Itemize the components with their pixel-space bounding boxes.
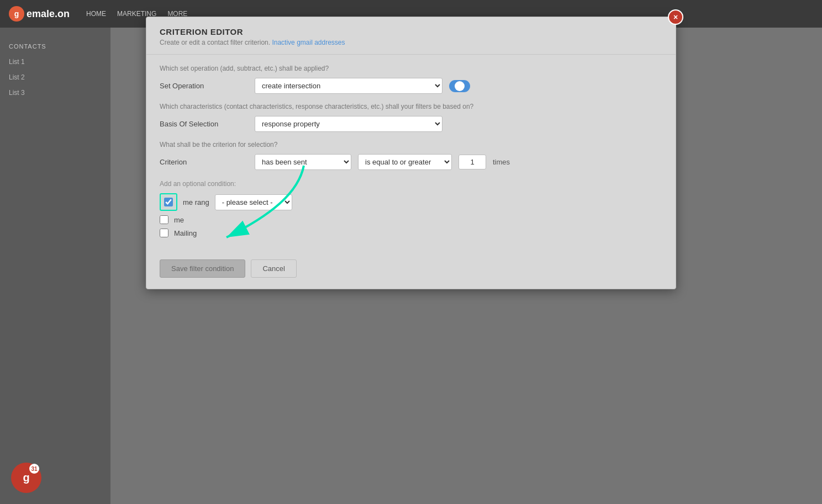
mailing-checkbox[interactable] (160, 229, 168, 237)
time-range-checkbox-label: me rang (183, 198, 209, 206)
toggle-switch[interactable] (449, 80, 470, 92)
criterion-row: Criterion has been sent has been opened … (160, 154, 662, 170)
basis-question: Which characteristics (contact character… (160, 103, 662, 110)
criterion-label: Criterion (160, 158, 248, 166)
basis-label: Basis Of Selection (160, 120, 248, 128)
modal-title: CRITERION EDITOR (160, 27, 662, 36)
set-operation-row: Set Operation create intersection add su… (160, 78, 662, 94)
basis-row: Basis Of Selection response property con… (160, 116, 662, 132)
time-checkbox-item (160, 215, 168, 224)
comparator-select[interactable]: is equal to or greater is equal to is le… (358, 154, 452, 170)
modal-footer: Save filter condition Cancel (146, 252, 676, 289)
set-operation-label: Set Operation (160, 82, 248, 90)
set-operation-select[interactable]: create intersection add subtract (255, 78, 442, 94)
set-operation-question: Which set operation (add, subtract, etc.… (160, 65, 662, 72)
cancel-button[interactable]: Cancel (251, 259, 296, 278)
modal-close-button[interactable]: × (668, 9, 683, 25)
times-label: times (493, 158, 510, 166)
mailing-checkbox-label: Mailing (174, 229, 197, 237)
criterion-question: What shall be the criterion for selectio… (160, 141, 662, 148)
basis-select[interactable]: response property contact property (255, 116, 442, 132)
time-range-checkbox-item (160, 193, 177, 211)
save-filter-button[interactable]: Save filter condition (160, 259, 245, 278)
modal-header: CRITERION EDITOR Create or edit a contac… (146, 17, 676, 55)
modal-body: Which set operation (add, subtract, etc.… (146, 55, 676, 252)
mailing-checkbox-row: Mailing (160, 229, 662, 237)
time-checkbox-label: me (174, 216, 184, 224)
time-range-select[interactable]: - please select - last 7 days last 30 da… (215, 194, 292, 210)
subtitle-link[interactable]: Inactive gmail addresses (272, 39, 345, 46)
mailing-checkbox-item (160, 229, 168, 237)
time-range-checkbox-row: me rang - please select - last 7 days la… (160, 193, 662, 211)
modal-backdrop: × CRITERION EDITOR Create or edit a cont… (0, 0, 822, 504)
time-checkbox-row: me (160, 215, 662, 224)
criterion-editor-modal: × CRITERION EDITOR Create or edit a cont… (146, 17, 676, 289)
optional-condition-label: Add an optional condition: (160, 180, 662, 188)
times-input[interactable] (459, 155, 486, 169)
time-range-checkbox[interactable] (164, 198, 173, 206)
time-checkbox[interactable] (160, 215, 168, 224)
criterion-select[interactable]: has been sent has been opened (255, 154, 351, 170)
modal-subtitle: Create or edit a contact filter criterio… (160, 39, 662, 46)
